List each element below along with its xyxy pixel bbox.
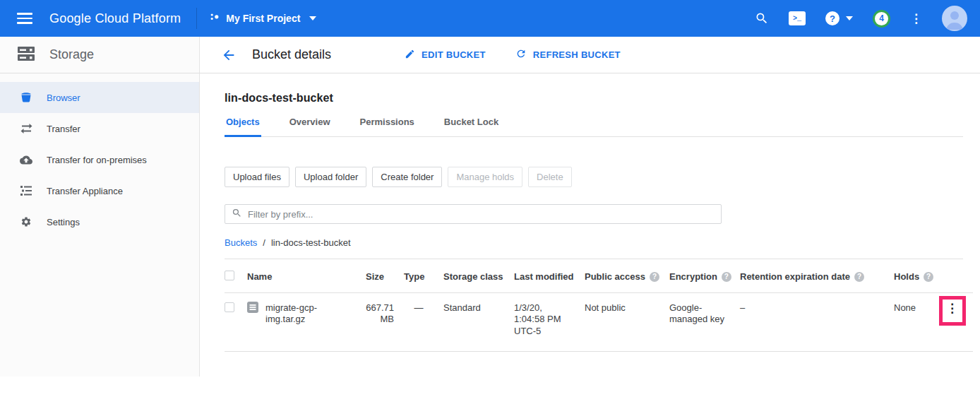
- table-header-row: Name Size Type Storage class Last modifi…: [225, 259, 973, 293]
- page-title: Bucket details: [252, 47, 331, 62]
- chevron-down-icon: [309, 16, 316, 20]
- tab-bucket-lock[interactable]: Bucket Lock: [443, 117, 500, 136]
- refresh-bucket-button[interactable]: REFRESH BUCKET: [515, 48, 621, 61]
- help-icon[interactable]: ?: [854, 272, 864, 282]
- main-content: lin-docs-test-bucket Objects Overview Pe…: [200, 73, 980, 377]
- column-header-storage-class: Storage class: [443, 259, 514, 293]
- object-actions: Upload files Upload folder Create folder…: [225, 167, 973, 187]
- sidebar-header: Storage: [0, 37, 200, 73]
- table-row: migrate-gcp-img.tar.gz 667.71 MB — Stand…: [225, 293, 973, 352]
- cloud-shell-icon[interactable]: >_: [789, 11, 806, 25]
- search-icon[interactable]: [755, 11, 769, 25]
- column-header-encryption: Encryption?: [669, 259, 740, 293]
- sidebar-item-label: Settings: [47, 217, 80, 227]
- transfer-arrows-icon: [20, 124, 32, 134]
- help-icon: ?: [825, 11, 839, 25]
- sidebar-title: Storage: [49, 47, 94, 62]
- sidebar: Browser Transfer Transfer for on-premise…: [0, 73, 200, 377]
- cloud-upload-icon: [20, 155, 32, 165]
- tab-bar: Objects Overview Permissions Bucket Lock: [225, 117, 963, 137]
- pencil-icon: [405, 49, 415, 61]
- column-header-holds: Holds?: [894, 259, 940, 293]
- sidebar-item-browser[interactable]: Browser: [0, 82, 199, 113]
- topbar-divider: [196, 8, 197, 29]
- sidebar-item-transfer-on-premises[interactable]: Transfer for on-premises: [0, 144, 199, 175]
- filter-prefix-input[interactable]: [248, 209, 715, 220]
- object-last-modified: 1/3/20, 1:04:58 PM UTC-5: [514, 293, 585, 352]
- edit-bucket-button[interactable]: EDIT BUCKET: [405, 49, 486, 61]
- objects-table: Name Size Type Storage class Last modifi…: [225, 259, 973, 352]
- breadcrumb: Buckets / lin-docs-test-bucket: [225, 237, 973, 248]
- gear-icon: [20, 216, 32, 227]
- object-encryption: Google-managed key: [669, 293, 740, 352]
- avatar[interactable]: [942, 6, 967, 31]
- select-all-checkbox[interactable]: [225, 271, 234, 280]
- sidebar-item-label: Transfer: [47, 124, 80, 134]
- help-icon[interactable]: ?: [650, 272, 659, 282]
- notifications-badge[interactable]: 4: [873, 10, 890, 28]
- sidebar-item-label: Transfer for on-premises: [47, 155, 147, 165]
- filter-prefix-box: [225, 204, 722, 224]
- sidebar-item-label: Transfer Appliance: [47, 186, 123, 196]
- object-holds: None: [894, 293, 940, 352]
- object-storage-class: Standard: [443, 293, 514, 352]
- project-selector[interactable]: My First Project: [210, 12, 316, 25]
- object-type: —: [404, 293, 443, 352]
- object-retention-expiration-date: –: [740, 293, 894, 352]
- hamburger-menu-icon[interactable]: [17, 13, 32, 24]
- breadcrumb-current: lin-docs-test-bucket: [271, 237, 351, 248]
- column-header-last-modified: Last modified: [514, 259, 585, 293]
- tab-objects[interactable]: Objects: [225, 117, 261, 137]
- object-name[interactable]: migrate-gcp-img.tar.gz: [265, 302, 356, 326]
- row-checkbox[interactable]: [225, 302, 234, 312]
- column-header-type: Type: [404, 259, 443, 293]
- help-icon[interactable]: ?: [924, 272, 933, 282]
- breadcrumb-separator: /: [263, 237, 265, 248]
- tab-overview[interactable]: Overview: [288, 117, 332, 136]
- appliance-icon: [20, 186, 32, 196]
- sidebar-item-label: Browser: [47, 93, 80, 103]
- help-chevron-icon: [846, 16, 853, 20]
- create-folder-button[interactable]: Create folder: [372, 167, 442, 187]
- subheader: Storage Bucket details EDIT BUCKET REFRE…: [0, 37, 980, 73]
- tab-permissions[interactable]: Permissions: [359, 117, 416, 136]
- project-name: My First Project: [226, 13, 300, 24]
- object-public-access: Not public: [585, 293, 669, 352]
- object-size: 667.71 MB: [366, 293, 404, 352]
- breadcrumb-link-buckets[interactable]: Buckets: [225, 237, 257, 248]
- delete-button: Delete: [528, 167, 572, 187]
- file-icon: [247, 302, 258, 316]
- project-icon: [210, 12, 220, 25]
- column-header-retention-expiration-date: Retention expiration date?: [740, 259, 894, 293]
- manage-holds-button: Manage holds: [448, 167, 522, 187]
- sidebar-item-settings[interactable]: Settings: [0, 206, 199, 237]
- bucket-icon: [20, 92, 32, 103]
- storage-product-icon: [17, 46, 35, 64]
- help-menu[interactable]: ?: [825, 11, 853, 25]
- search-icon: [232, 208, 242, 221]
- refresh-icon: [515, 48, 527, 61]
- upload-folder-button[interactable]: Upload folder: [295, 167, 366, 187]
- brand-title: Google Cloud Platform: [49, 11, 181, 26]
- topbar-overflow-icon[interactable]: ⋮: [910, 13, 922, 25]
- row-overflow-menu-icon[interactable]: ⋮: [940, 299, 964, 318]
- column-header-public-access: Public access?: [585, 259, 669, 293]
- back-button[interactable]: [221, 47, 237, 63]
- column-header-size: Size: [366, 259, 404, 293]
- column-header-name: Name: [247, 259, 366, 293]
- sidebar-item-transfer[interactable]: Transfer: [0, 113, 199, 144]
- help-icon[interactable]: ?: [722, 272, 731, 282]
- bucket-name: lin-docs-test-bucket: [225, 92, 973, 105]
- sidebar-item-transfer-appliance[interactable]: Transfer Appliance: [0, 175, 199, 206]
- upload-files-button[interactable]: Upload files: [225, 167, 289, 187]
- topbar: Google Cloud Platform My First Project >…: [0, 0, 980, 37]
